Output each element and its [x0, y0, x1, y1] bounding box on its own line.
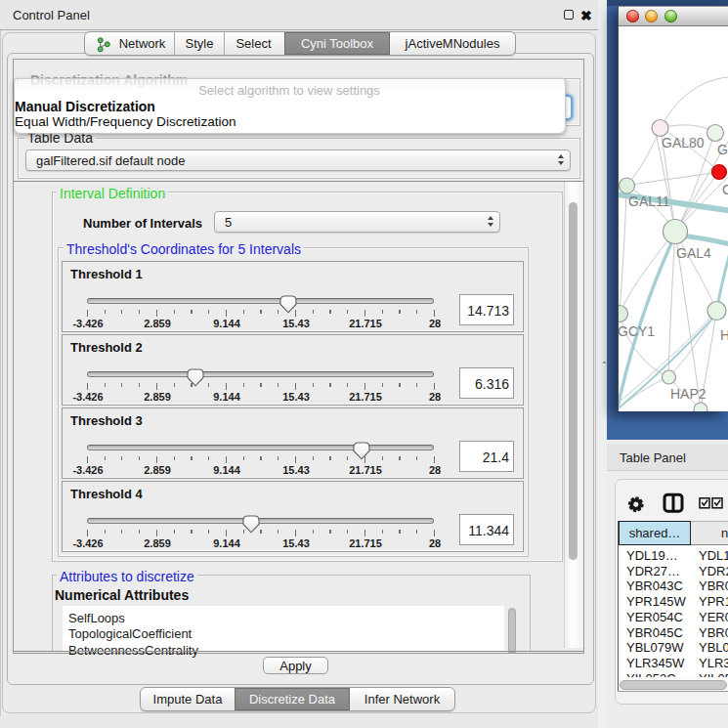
- svg-text:GAL4: GAL4: [676, 245, 711, 261]
- svg-text:HAP2: HAP2: [670, 386, 707, 402]
- svg-text:HIS7: HIS7: [720, 327, 728, 343]
- svg-text:GAL11: GAL11: [628, 193, 670, 209]
- svg-text:CYC8: CYC8: [722, 182, 728, 197]
- svg-text:GAL80: GAL80: [662, 135, 705, 150]
- svg-text:GAL3: GAL3: [717, 142, 728, 157]
- svg-text:GCY1: GCY1: [619, 323, 655, 339]
